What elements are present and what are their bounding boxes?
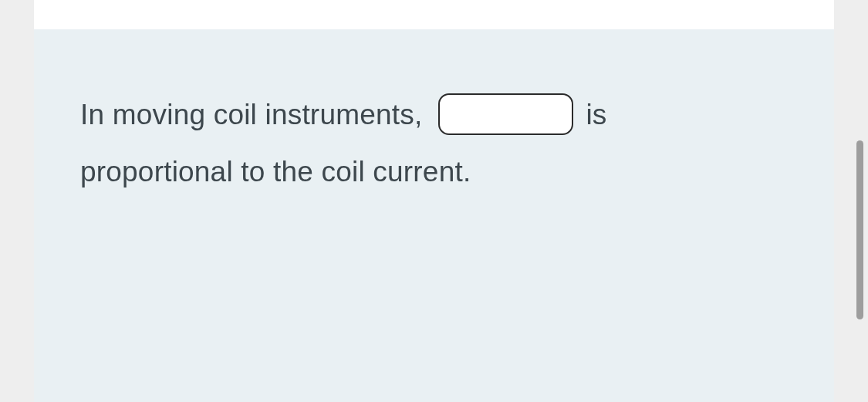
fill-blank-input[interactable]: [438, 93, 573, 135]
question-text: In moving coil instruments, is proportio…: [80, 86, 788, 201]
page-container: In moving coil instruments, is proportio…: [34, 0, 834, 402]
question-panel: In moving coil instruments, is proportio…: [34, 29, 834, 402]
white-top-band: [34, 0, 834, 29]
question-text-after: proportional to the coil current.: [80, 156, 471, 187]
question-text-middle: is: [586, 99, 606, 130]
question-text-before: In moving coil instruments,: [80, 99, 422, 130]
scrollbar-thumb[interactable]: [856, 140, 863, 319]
